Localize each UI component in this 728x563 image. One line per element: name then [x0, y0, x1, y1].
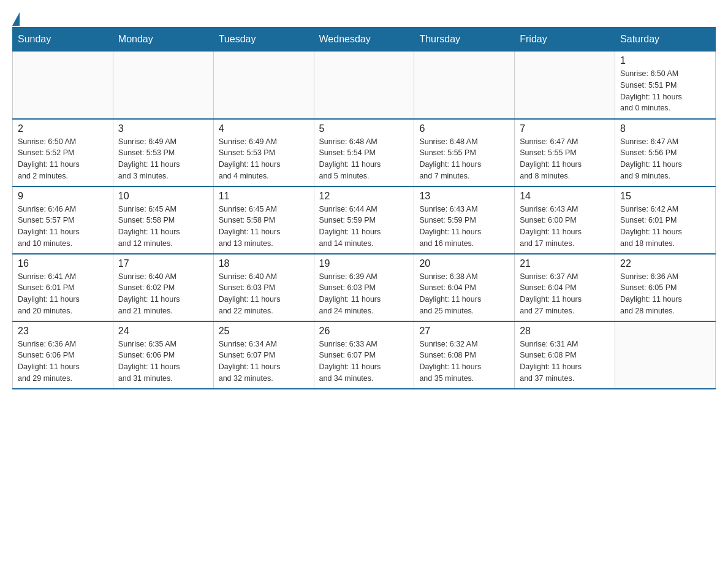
calendar-cell: 17Sunrise: 6:40 AMSunset: 6:02 PMDayligh…	[113, 254, 213, 321]
day-info: Sunrise: 6:49 AMSunset: 5:53 PMDaylight:…	[219, 136, 309, 182]
logo-triangle-icon	[12, 12, 20, 26]
day-info: Sunrise: 6:39 AMSunset: 6:03 PMDaylight:…	[319, 271, 409, 317]
calendar-cell: 14Sunrise: 6:43 AMSunset: 6:00 PMDayligh…	[515, 186, 615, 254]
day-number: 9	[18, 191, 108, 202]
day-number: 19	[319, 258, 409, 269]
page-header	[12, 12, 716, 21]
day-info: Sunrise: 6:34 AMSunset: 6:07 PMDaylight:…	[219, 339, 309, 385]
calendar-cell: 10Sunrise: 6:45 AMSunset: 5:58 PMDayligh…	[113, 186, 213, 254]
day-info: Sunrise: 6:36 AMSunset: 6:06 PMDaylight:…	[18, 339, 108, 385]
calendar-cell	[314, 52, 414, 119]
day-info: Sunrise: 6:47 AMSunset: 5:55 PMDaylight:…	[520, 136, 610, 182]
calendar-cell: 24Sunrise: 6:35 AMSunset: 6:06 PMDayligh…	[113, 321, 213, 389]
day-info: Sunrise: 6:43 AMSunset: 5:59 PMDaylight:…	[419, 204, 509, 250]
calendar-cell: 18Sunrise: 6:40 AMSunset: 6:03 PMDayligh…	[213, 254, 314, 321]
day-number: 18	[219, 258, 309, 269]
calendar-header-row: SundayMondayTuesdayWednesdayThursdayFrid…	[13, 28, 716, 52]
day-number: 23	[18, 326, 108, 337]
calendar-header-tuesday: Tuesday	[213, 28, 314, 52]
day-number: 8	[620, 123, 710, 134]
calendar-cell: 6Sunrise: 6:48 AMSunset: 5:55 PMDaylight…	[414, 119, 515, 186]
day-number: 22	[620, 258, 710, 269]
calendar-cell	[615, 321, 716, 389]
calendar-cell: 21Sunrise: 6:37 AMSunset: 6:04 PMDayligh…	[515, 254, 615, 321]
calendar-cell: 27Sunrise: 6:32 AMSunset: 6:08 PMDayligh…	[414, 321, 515, 389]
calendar-header-monday: Monday	[113, 28, 213, 52]
calendar-table: SundayMondayTuesdayWednesdayThursdayFrid…	[12, 27, 716, 389]
day-number: 27	[419, 326, 509, 337]
calendar-cell: 23Sunrise: 6:36 AMSunset: 6:06 PMDayligh…	[13, 321, 113, 389]
day-number: 10	[118, 191, 208, 202]
day-info: Sunrise: 6:40 AMSunset: 6:03 PMDaylight:…	[219, 271, 309, 317]
day-number: 4	[219, 123, 309, 134]
day-number: 1	[620, 55, 710, 66]
day-info: Sunrise: 6:38 AMSunset: 6:04 PMDaylight:…	[419, 271, 509, 317]
calendar-cell: 16Sunrise: 6:41 AMSunset: 6:01 PMDayligh…	[13, 254, 113, 321]
day-number: 21	[520, 258, 610, 269]
day-number: 28	[520, 326, 610, 337]
day-number: 11	[219, 191, 309, 202]
day-number: 7	[520, 123, 610, 134]
day-info: Sunrise: 6:36 AMSunset: 6:05 PMDaylight:…	[620, 271, 710, 317]
calendar-cell: 9Sunrise: 6:46 AMSunset: 5:57 PMDaylight…	[13, 186, 113, 254]
day-number: 2	[18, 123, 108, 134]
day-info: Sunrise: 6:40 AMSunset: 6:02 PMDaylight:…	[118, 271, 208, 317]
calendar-body: 1Sunrise: 6:50 AMSunset: 5:51 PMDaylight…	[13, 52, 716, 389]
calendar-cell	[515, 52, 615, 119]
calendar-cell: 25Sunrise: 6:34 AMSunset: 6:07 PMDayligh…	[213, 321, 314, 389]
calendar-week-3: 16Sunrise: 6:41 AMSunset: 6:01 PMDayligh…	[13, 254, 716, 321]
calendar-week-4: 23Sunrise: 6:36 AMSunset: 6:06 PMDayligh…	[13, 321, 716, 389]
day-info: Sunrise: 6:46 AMSunset: 5:57 PMDaylight:…	[18, 204, 108, 250]
calendar-cell	[213, 52, 314, 119]
calendar-cell: 26Sunrise: 6:33 AMSunset: 6:07 PMDayligh…	[314, 321, 414, 389]
calendar-cell	[13, 52, 113, 119]
calendar-week-1: 2Sunrise: 6:50 AMSunset: 5:52 PMDaylight…	[13, 119, 716, 186]
day-info: Sunrise: 6:31 AMSunset: 6:08 PMDaylight:…	[520, 339, 610, 385]
calendar-cell: 13Sunrise: 6:43 AMSunset: 5:59 PMDayligh…	[414, 186, 515, 254]
calendar-cell: 28Sunrise: 6:31 AMSunset: 6:08 PMDayligh…	[515, 321, 615, 389]
calendar-week-2: 9Sunrise: 6:46 AMSunset: 5:57 PMDaylight…	[13, 186, 716, 254]
day-info: Sunrise: 6:35 AMSunset: 6:06 PMDaylight:…	[118, 339, 208, 385]
day-info: Sunrise: 6:45 AMSunset: 5:58 PMDaylight:…	[219, 204, 309, 250]
day-info: Sunrise: 6:32 AMSunset: 6:08 PMDaylight:…	[419, 339, 509, 385]
calendar-cell: 11Sunrise: 6:45 AMSunset: 5:58 PMDayligh…	[213, 186, 314, 254]
day-number: 26	[319, 326, 409, 337]
calendar-cell: 12Sunrise: 6:44 AMSunset: 5:59 PMDayligh…	[314, 186, 414, 254]
day-number: 3	[118, 123, 208, 134]
day-info: Sunrise: 6:42 AMSunset: 6:01 PMDaylight:…	[620, 204, 710, 250]
day-info: Sunrise: 6:33 AMSunset: 6:07 PMDaylight:…	[319, 339, 409, 385]
calendar-cell: 22Sunrise: 6:36 AMSunset: 6:05 PMDayligh…	[615, 254, 716, 321]
calendar-cell: 19Sunrise: 6:39 AMSunset: 6:03 PMDayligh…	[314, 254, 414, 321]
calendar-header-friday: Friday	[515, 28, 615, 52]
calendar-cell: 2Sunrise: 6:50 AMSunset: 5:52 PMDaylight…	[13, 119, 113, 186]
day-number: 16	[18, 258, 108, 269]
day-number: 5	[319, 123, 409, 134]
day-number: 17	[118, 258, 208, 269]
calendar-cell: 1Sunrise: 6:50 AMSunset: 5:51 PMDaylight…	[615, 52, 716, 119]
day-info: Sunrise: 6:48 AMSunset: 5:55 PMDaylight:…	[419, 136, 509, 182]
logo	[12, 12, 20, 21]
calendar-cell: 15Sunrise: 6:42 AMSunset: 6:01 PMDayligh…	[615, 186, 716, 254]
calendar-cell: 7Sunrise: 6:47 AMSunset: 5:55 PMDaylight…	[515, 119, 615, 186]
calendar-cell	[113, 52, 213, 119]
calendar-cell: 4Sunrise: 6:49 AMSunset: 5:53 PMDaylight…	[213, 119, 314, 186]
calendar-header-sunday: Sunday	[13, 28, 113, 52]
calendar-header: SundayMondayTuesdayWednesdayThursdayFrid…	[13, 28, 716, 52]
day-info: Sunrise: 6:47 AMSunset: 5:56 PMDaylight:…	[620, 136, 710, 182]
day-number: 15	[620, 191, 710, 202]
day-info: Sunrise: 6:48 AMSunset: 5:54 PMDaylight:…	[319, 136, 409, 182]
day-number: 13	[419, 191, 509, 202]
day-info: Sunrise: 6:45 AMSunset: 5:58 PMDaylight:…	[118, 204, 208, 250]
day-number: 6	[419, 123, 509, 134]
day-number: 12	[319, 191, 409, 202]
day-info: Sunrise: 6:41 AMSunset: 6:01 PMDaylight:…	[18, 271, 108, 317]
calendar-header-wednesday: Wednesday	[314, 28, 414, 52]
day-info: Sunrise: 6:43 AMSunset: 6:00 PMDaylight:…	[520, 204, 610, 250]
calendar-cell: 20Sunrise: 6:38 AMSunset: 6:04 PMDayligh…	[414, 254, 515, 321]
day-number: 14	[520, 191, 610, 202]
day-number: 25	[219, 326, 309, 337]
calendar-header-saturday: Saturday	[615, 28, 716, 52]
day-number: 24	[118, 326, 208, 337]
day-info: Sunrise: 6:44 AMSunset: 5:59 PMDaylight:…	[319, 204, 409, 250]
day-info: Sunrise: 6:50 AMSunset: 5:52 PMDaylight:…	[18, 136, 108, 182]
